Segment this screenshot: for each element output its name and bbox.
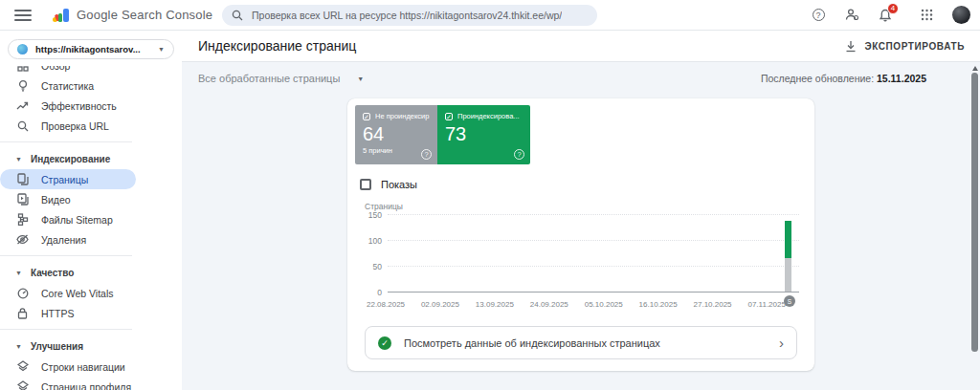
search-input-value: Проверка всех URL на ресурсе https://nik…: [252, 10, 562, 21]
bar-not-indexed-segment: [785, 258, 791, 292]
x-tick: 24.09.2025: [530, 300, 568, 309]
help-icon[interactable]: ?: [811, 8, 826, 23]
checkbox-unchecked-icon[interactable]: [360, 179, 371, 190]
chart-y-axis-label: Страницы: [365, 202, 799, 211]
app-title: Google Search Console: [77, 8, 212, 22]
top-app-bar: Google Search Console Проверка всех URL …: [0, 0, 980, 31]
view-indexed-pages-banner[interactable]: ✓ Посмотреть данные об индексированных с…: [365, 326, 797, 359]
sidebar-item-breadcrumbs[interactable]: Строки навигации: [0, 357, 136, 377]
card-indexed[interactable]: ✓ Проиндексирова... 73 ?: [437, 105, 530, 164]
check-circle-icon: ✓: [378, 336, 391, 350]
sidebar-item-performance[interactable]: Эффективность: [0, 96, 136, 116]
section-enhancements[interactable]: ▼ Улучшения: [0, 336, 182, 357]
sidebar-item-overview[interactable]: Обзор: [0, 66, 136, 76]
stacked-diamond-icon: [16, 380, 29, 390]
help-question-icon[interactable]: ?: [421, 149, 432, 160]
help-question-icon[interactable]: ?: [514, 149, 524, 160]
property-selector[interactable]: https://nikitagontsarov... ▼: [8, 39, 174, 59]
search-console-logo-icon: [53, 8, 69, 23]
impressions-toggle[interactable]: Показы: [360, 179, 814, 190]
search-icon: [232, 10, 243, 21]
main-content: Индексирование страниц ЭКСПОРТИРОВАТЬ Вс…: [182, 31, 980, 390]
section-collapse-icon: ▼: [15, 156, 22, 162]
download-icon: [845, 40, 857, 53]
checkbox-checked-icon[interactable]: ✓: [363, 113, 370, 120]
x-tick: 16.10.2025: [639, 300, 678, 309]
property-url: https://nikitagontsarov...: [35, 44, 141, 54]
sidebar-item-video[interactable]: Видео: [0, 189, 136, 209]
url-inspection-search-input[interactable]: Проверка всех URL на ресурсе https://nik…: [222, 5, 597, 26]
sidebar-item-https[interactable]: HTTPS: [0, 303, 136, 323]
x-tick: 27.10.2025: [694, 300, 732, 309]
section-quality[interactable]: ▼ Качество: [0, 262, 182, 283]
sidebar-item-statistics[interactable]: Статистика: [0, 76, 136, 96]
index-coverage-card: ✓ Не проиндексир... 64 5 причин ? ✓ Прои…: [347, 98, 814, 371]
sidebar-item-removals[interactable]: Удаления: [0, 229, 136, 249]
google-apps-grid-icon[interactable]: [919, 8, 934, 23]
x-tick: 07.11.2025: [747, 300, 785, 309]
app-logo[interactable]: Google Search Console: [53, 8, 212, 23]
chevron-down-icon: ▼: [152, 46, 165, 53]
last-update: Последнее обновление: 15.11.2025: [761, 73, 926, 84]
property-globe-icon: [17, 44, 28, 54]
x-tick: 22.08.2025: [367, 300, 405, 309]
stacked-diamond-icon: [16, 360, 29, 373]
stacked-bar[interactable]: [785, 214, 791, 292]
card-not-indexed[interactable]: ✓ Не проиндексир... 64 5 причин ?: [355, 105, 437, 164]
navigation-sidebar: https://nikitagontsarov... ▼ Обзор Стати…: [0, 31, 182, 390]
trending-up-icon: [16, 99, 29, 112]
sidebar-divider: [0, 141, 132, 142]
sidebar-item-profile-page[interactable]: Страница профиля: [0, 377, 136, 390]
sidebar-item-url-inspection[interactable]: Проверка URL: [0, 116, 136, 136]
last-update-date: 15.11.2025: [877, 73, 926, 84]
notification-count-badge: 4: [887, 3, 899, 14]
chevron-right-icon: ›: [779, 336, 784, 350]
gauge-icon: [16, 287, 29, 299]
sidebar-divider: [0, 329, 132, 330]
video-icon: [16, 193, 29, 206]
magnifier-icon: [16, 119, 29, 132]
section-collapse-icon: ▼: [15, 343, 22, 350]
chart-plot: 150 100 50 0 S: [388, 214, 799, 292]
scrollbar-up-arrow-icon[interactable]: [972, 66, 978, 71]
account-settings-icon[interactable]: [844, 8, 859, 23]
pages-icon: [16, 173, 29, 185]
sidebar-item-pages[interactable]: Страницы: [0, 169, 136, 189]
chart-event-marker[interactable]: S: [784, 295, 795, 307]
indexed-count: 73: [445, 123, 523, 145]
section-collapse-icon: ▼: [15, 270, 22, 276]
lightbulb-icon: [16, 79, 29, 92]
processed-pages-filter-dropdown[interactable]: Все обработанные страницы ▼: [198, 73, 364, 84]
y-tick: 100: [363, 236, 382, 246]
pages-chart: Страницы 150 100 50 0 S 22.08.2025: [365, 202, 799, 309]
content-header: Индексирование страниц ЭКСПОРТИРОВАТЬ: [182, 31, 980, 62]
lock-icon: [16, 307, 29, 319]
y-tick: 150: [363, 210, 382, 220]
sitemap-icon: [16, 213, 29, 226]
x-tick: 02.09.2025: [421, 300, 459, 309]
content-body: Все обработанные страницы ▼ Последнее об…: [182, 62, 980, 390]
sidebar-item-sitemaps[interactable]: Файлы Sitemap: [0, 209, 136, 229]
y-tick: 0: [363, 288, 382, 297]
y-tick: 50: [363, 262, 382, 271]
not-indexed-count: 64: [363, 123, 430, 145]
not-indexed-reasons: 5 причин: [363, 146, 430, 155]
eye-off-icon: [16, 233, 29, 246]
scrollbar-thumb[interactable]: [971, 73, 978, 352]
user-avatar[interactable]: [952, 6, 970, 24]
checkbox-checked-icon[interactable]: ✓: [445, 113, 453, 120]
notifications-bell-icon[interactable]: 4: [878, 8, 893, 23]
sidebar-nav: Обзор Статистика Эффективность Проверка …: [0, 66, 182, 390]
sidebar-divider: [0, 255, 132, 256]
chart-x-axis: 22.08.2025 02.09.2025 13.09.2025 24.09.2…: [367, 300, 786, 309]
export-button[interactable]: ЭКСПОРТИРОВАТЬ: [845, 40, 965, 53]
section-indexing[interactable]: ▼ Индексирование: [0, 148, 182, 169]
chevron-down-icon: ▼: [351, 76, 364, 82]
x-tick: 13.09.2025: [476, 300, 514, 309]
page-title: Индексирование страниц: [198, 38, 356, 54]
bar-indexed-segment: [785, 221, 791, 258]
sidebar-item-core-web-vitals[interactable]: Core Web Vitals: [0, 283, 136, 303]
main-menu-icon[interactable]: [14, 10, 32, 21]
overview-grid-icon: [16, 66, 29, 72]
page-scrollbar[interactable]: [969, 62, 980, 390]
